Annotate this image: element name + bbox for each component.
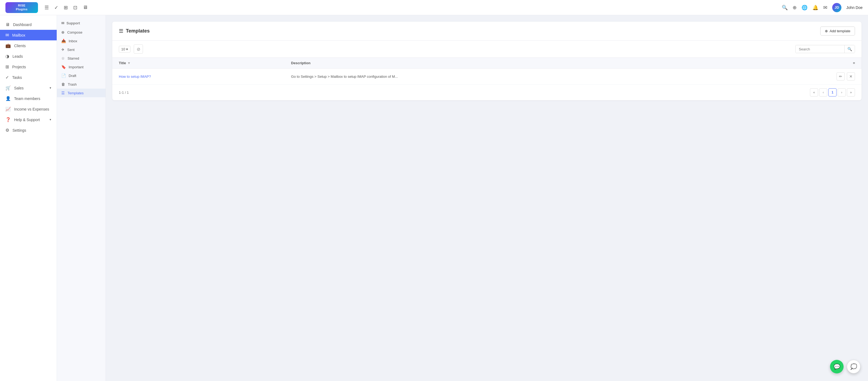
per-page-value: 10 xyxy=(121,47,125,51)
main-layout: 🖥 Dashboard ✉ Mailbox 💼 Clients ◑ Leads … xyxy=(0,15,868,381)
pagination-controls: « ‹ 1 › » xyxy=(810,88,855,97)
add-template-button[interactable]: ⊕ Add template xyxy=(820,27,855,35)
col-header-title: Title ▾ xyxy=(112,58,284,69)
sidebar-item-dashboard[interactable]: 🖥 Dashboard xyxy=(0,20,57,30)
sidebar-label-settings: Settings xyxy=(12,128,26,133)
per-page-chevron-icon: ▾ xyxy=(126,47,128,51)
mailbox-sidebar: ✉ Support ⊕ Compose 📥 Inbox ✈ Sent ☆ Sta… xyxy=(57,15,106,381)
mailbox-item-important[interactable]: 🔖 Important xyxy=(57,63,105,71)
sidebar-item-sales[interactable]: 🛒 Sales ▾ xyxy=(0,83,57,93)
mailbox-item-compose[interactable]: ⊕ Compose xyxy=(57,28,105,37)
sidebar-item-tasks[interactable]: ✓ Tasks xyxy=(0,72,57,83)
sidebar-item-leads[interactable]: ◑ Leads xyxy=(0,51,57,62)
avatar[interactable]: JD xyxy=(832,3,841,12)
mailbox-item-sent[interactable]: ✈ Sent xyxy=(57,45,105,54)
col-header-description: Description xyxy=(284,58,741,69)
starred-icon: ☆ xyxy=(61,56,65,61)
important-icon: 🔖 xyxy=(61,65,66,69)
income-icon: 📈 xyxy=(5,106,11,112)
close-icon: ✕ xyxy=(849,74,852,78)
column-options-icon[interactable]: ≡ xyxy=(853,61,855,65)
clients-icon: 💼 xyxy=(5,43,11,48)
sidebar-label-projects: Projects xyxy=(12,65,26,69)
sales-icon: 🛒 xyxy=(5,85,11,91)
add-icon[interactable]: ⊕ xyxy=(793,5,797,10)
templates-title-icon: ☰ xyxy=(119,28,123,34)
leads-icon: ◑ xyxy=(5,54,9,59)
mailbox-section-icon: ✉ xyxy=(61,21,64,25)
templates-icon: ☰ xyxy=(61,91,65,95)
title-sort-icon[interactable]: ▾ xyxy=(128,61,130,65)
topnav-nav-icons: ☰ ✓ ⊞ ⊡ 🖥 xyxy=(44,5,88,10)
first-page-button[interactable]: « xyxy=(810,88,818,97)
page-number-button[interactable]: 1 xyxy=(828,88,837,97)
col-header-actions: ≡ xyxy=(742,58,862,69)
sidebar-item-help-support[interactable]: ❓ Help & Support ▾ xyxy=(0,114,57,125)
sidebar-item-settings[interactable]: ⚙ Settings xyxy=(0,125,57,136)
sidebar-label-sales: Sales xyxy=(14,86,24,90)
edit-button[interactable]: ✏ xyxy=(837,72,845,80)
search-button[interactable]: 🔍 xyxy=(844,45,855,53)
sidebar-label-team: Team members xyxy=(14,97,40,101)
app-logo[interactable]: RISE Plugins xyxy=(5,2,38,13)
mailbox-icon: ✉ xyxy=(5,33,9,38)
search-icon[interactable]: 🔍 xyxy=(782,5,788,10)
draft-icon: 📄 xyxy=(61,73,66,78)
sidebar-item-projects[interactable]: ⊞ Projects xyxy=(0,62,57,72)
sidebar-label-income: Income vs Expenses xyxy=(14,107,49,111)
panel-header: ☰ Templates ⊕ Add template xyxy=(112,22,862,41)
sidebar-label-dashboard: Dashboard xyxy=(13,23,32,27)
monitor-icon[interactable]: 🖥 xyxy=(83,5,88,10)
bell-icon[interactable]: 🔔 xyxy=(812,5,818,10)
team-icon: 👤 xyxy=(5,96,11,101)
help-icon: ❓ xyxy=(5,117,11,122)
delete-button[interactable]: ✕ xyxy=(847,72,855,80)
search-box: 🔍 xyxy=(795,45,855,53)
mailbox-section-title: ✉ Support xyxy=(57,20,105,28)
mailbox-item-starred[interactable]: ☆ Starred xyxy=(57,54,105,63)
mailbox-item-trash[interactable]: 🗑 Trash xyxy=(57,80,105,89)
column-visibility-button[interactable]: ⊘ xyxy=(134,44,143,54)
mailbox-item-templates[interactable]: ☰ Templates xyxy=(57,89,105,97)
templates-panel: ☰ Templates ⊕ Add template 10 ▾ ⊘ xyxy=(112,22,862,100)
sidebar-item-team-members[interactable]: 👤 Team members xyxy=(0,93,57,104)
whatsapp-fab[interactable]: 💬 xyxy=(830,360,844,373)
row-actions: ✏ ✕ xyxy=(748,72,855,80)
per-page-select[interactable]: 10 ▾ xyxy=(119,46,130,53)
sidebar-label-tasks: Tasks xyxy=(12,75,22,80)
edit-icon: ✏ xyxy=(839,74,842,78)
prev-page-button[interactable]: ‹ xyxy=(819,88,827,97)
last-page-button[interactable]: » xyxy=(847,88,855,97)
sent-icon: ✈ xyxy=(61,47,65,52)
sidebar-label-leads: Leads xyxy=(12,54,23,59)
username[interactable]: John Doe xyxy=(846,5,863,10)
row-title-link[interactable]: How to setup IMAP? xyxy=(119,74,151,78)
sidebar-item-income-expenses[interactable]: 📈 Income vs Expenses xyxy=(0,104,57,114)
panel-title: ☰ Templates xyxy=(119,28,150,34)
fab-container: 💬 💭 xyxy=(830,360,860,373)
whatsapp-icon: 💬 xyxy=(834,363,840,370)
pagination-info: 1-1 / 1 xyxy=(119,91,129,95)
tasks-icon: ✓ xyxy=(5,75,9,80)
inbox-icon: 📥 xyxy=(61,39,66,43)
check-icon[interactable]: ✓ xyxy=(54,5,58,10)
search-input[interactable] xyxy=(796,45,844,53)
briefcase-icon[interactable]: ⊡ xyxy=(73,5,77,10)
mailbox-item-inbox[interactable]: 📥 Inbox xyxy=(57,37,105,45)
globe-icon[interactable]: 🌐 xyxy=(802,5,807,10)
menu-icon[interactable]: ☰ xyxy=(44,5,49,10)
settings-icon: ⚙ xyxy=(5,128,9,133)
dashboard-icon: 🖥 xyxy=(5,22,10,27)
mailbox-item-draft[interactable]: 📄 Draft xyxy=(57,71,105,80)
compose-icon: ⊕ xyxy=(61,30,65,34)
sidebar-item-clients[interactable]: 💼 Clients xyxy=(0,40,57,51)
mail-icon[interactable]: ✉ xyxy=(823,5,827,10)
table-toolbar: 10 ▾ ⊘ 🔍 xyxy=(112,41,862,58)
eye-slash-icon: ⊘ xyxy=(137,46,140,52)
chat-fab[interactable]: 💭 xyxy=(847,360,860,373)
sidebar-item-mailbox[interactable]: ✉ Mailbox xyxy=(0,30,57,40)
sales-chevron-icon: ▾ xyxy=(50,86,51,90)
templates-title-text: Templates xyxy=(126,28,150,34)
next-page-button[interactable]: › xyxy=(838,88,846,97)
grid-icon[interactable]: ⊞ xyxy=(64,5,68,10)
